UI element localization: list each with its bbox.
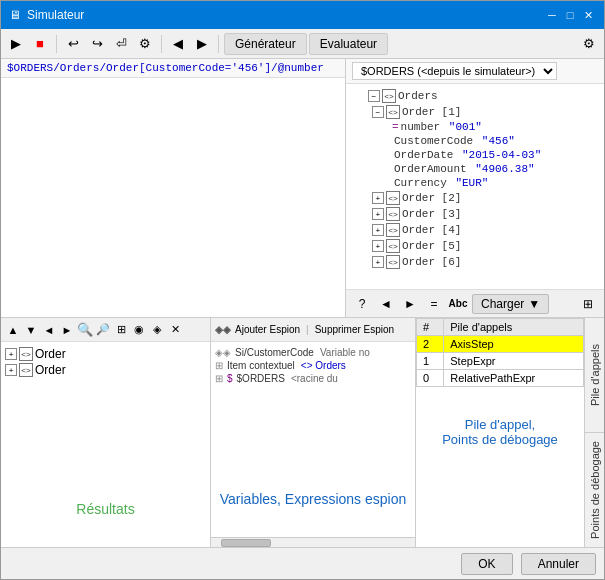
- equals-icon[interactable]: =: [424, 294, 444, 314]
- debug-table: # Pile d'appels 2 AxisStep 1 StepE: [416, 318, 584, 387]
- order6-expand-icon[interactable]: +: [372, 256, 384, 268]
- result-order2-label: Order: [35, 363, 66, 377]
- order1-element-icon: <>: [386, 105, 400, 119]
- settings-icon[interactable]: ⚙: [578, 33, 600, 55]
- add-espion-label[interactable]: Ajouter Espion: [235, 324, 300, 335]
- order5-label: Order [5]: [402, 240, 461, 252]
- app-icon: 🖥: [9, 8, 21, 22]
- results-placeholder: Résultats: [1, 501, 210, 517]
- maximize-button[interactable]: □: [562, 7, 578, 23]
- result-order1-expand[interactable]: +: [5, 348, 17, 360]
- var-row1: ◈◈ Si/CustomerCode Variable no: [215, 346, 411, 359]
- customercode-attr-value: "456": [482, 135, 515, 147]
- order4-expand-icon[interactable]: +: [372, 224, 384, 236]
- evaluateur-button[interactable]: Evaluateur: [309, 33, 388, 55]
- tree-orderamount-row: OrderAmount "4906.38": [352, 162, 598, 176]
- stop-icon[interactable]: ■: [29, 33, 51, 55]
- tree-orderdate-row: OrderDate "2015-04-03": [352, 148, 598, 162]
- var-row1-value: Variable no: [320, 347, 370, 358]
- debug-inner: # Pile d'appels 2 AxisStep 1 StepE: [416, 318, 584, 547]
- result-order2-row: + <> Order: [5, 362, 206, 378]
- ok-button[interactable]: OK: [461, 553, 512, 575]
- variables-scrollbar-thumb[interactable]: [221, 539, 271, 547]
- results-toolbar: ▲ ▼ ◄ ► 🔍 🔎 ⊞ ◉ ◈ ✕: [1, 318, 210, 342]
- side-tab-call-stack[interactable]: Pile d'appels: [585, 318, 604, 433]
- window-title: Simulateur: [27, 8, 84, 22]
- remove-espion-label[interactable]: Supprimer Espion: [315, 324, 394, 335]
- charger-button[interactable]: Charger ▼: [472, 294, 549, 314]
- order5-element-icon: <>: [386, 239, 400, 253]
- variables-content: ◈◈ Si/CustomerCode Variable no ⊞ Item co…: [211, 342, 415, 537]
- close-button[interactable]: ✕: [580, 7, 596, 23]
- title-bar-controls: ─ □ ✕: [544, 7, 596, 23]
- results-zoom-in-icon[interactable]: 🔍: [77, 322, 93, 338]
- order2-expand-icon[interactable]: +: [372, 192, 384, 204]
- xpath-tree-area: [1, 78, 345, 317]
- if-icon: ◈◈: [215, 324, 231, 335]
- xpath-bar: $ORDERS/Orders/Order[CustomerCode='456']…: [1, 59, 345, 78]
- generator-button[interactable]: Générateur: [224, 33, 307, 55]
- results-more2-icon[interactable]: ◈: [149, 322, 165, 338]
- results-zoom-out-icon[interactable]: 🔎: [95, 322, 111, 338]
- orders-element-icon: <>: [382, 89, 396, 103]
- result-order1-icon: <>: [19, 347, 33, 361]
- help-icon[interactable]: ?: [352, 294, 372, 314]
- debug-row-3[interactable]: 0 RelativePathExpr: [417, 370, 584, 387]
- orders-collapse-icon[interactable]: −: [368, 90, 380, 102]
- xpath-panel: $ORDERS/Orders/Order[CustomerCode='456']…: [1, 59, 346, 317]
- debug-row3-label: RelativePathExpr: [444, 370, 584, 387]
- tree-order1-row: − <> Order [1]: [352, 104, 598, 120]
- results-close-icon[interactable]: ✕: [167, 322, 183, 338]
- title-bar: 🖥 Simulateur ─ □ ✕: [1, 1, 604, 29]
- abc-icon[interactable]: Abc: [448, 294, 468, 314]
- results-left-icon[interactable]: ◄: [41, 322, 57, 338]
- step-icon[interactable]: ↩: [62, 33, 84, 55]
- result-order2-expand[interactable]: +: [5, 364, 17, 376]
- charger-label: Charger: [481, 297, 524, 311]
- order5-expand-icon[interactable]: +: [372, 240, 384, 252]
- debug-row-2[interactable]: 1 StepExpr: [417, 353, 584, 370]
- forward-icon[interactable]: ▶: [191, 33, 213, 55]
- result-order1-row: + <> Order: [5, 346, 206, 362]
- back-icon[interactable]: ◀: [167, 33, 189, 55]
- side-tab-debug-points[interactable]: Points de débogage: [585, 433, 604, 547]
- debug-row2-label: StepExpr: [444, 353, 584, 370]
- results-right-icon[interactable]: ►: [59, 322, 75, 338]
- tree-order3-row: + <> Order [3]: [352, 206, 598, 222]
- xml-expand-icon[interactable]: ⊞: [578, 294, 598, 314]
- orders-label: Orders: [398, 90, 438, 102]
- charger-dropdown-icon: ▼: [528, 297, 540, 311]
- main-content: $ORDERS/Orders/Order[CustomerCode='456']…: [1, 59, 604, 317]
- order1-collapse-icon[interactable]: −: [372, 106, 384, 118]
- order3-expand-icon[interactable]: +: [372, 208, 384, 220]
- order3-element-icon: <>: [386, 207, 400, 221]
- results-fit-icon[interactable]: ⊞: [113, 322, 129, 338]
- source-dropdown[interactable]: $ORDERS (<depuis le simulateur>): [352, 62, 557, 80]
- nav-fwd-icon[interactable]: ►: [400, 294, 420, 314]
- var-row3-dollar-icon: $: [227, 373, 233, 384]
- results-down-icon[interactable]: ▼: [23, 322, 39, 338]
- minimize-button[interactable]: ─: [544, 7, 560, 23]
- cancel-button[interactable]: Annuler: [521, 553, 596, 575]
- order4-element-icon: <>: [386, 223, 400, 237]
- xml-tree-panel: $ORDERS (<depuis le simulateur>) − <> Or…: [346, 59, 604, 317]
- xml-tree-toolbar: ? ◄ ► = Abc Charger ▼ ⊞: [346, 289, 604, 317]
- nav-back-icon[interactable]: ◄: [376, 294, 396, 314]
- xml-tree-header: $ORDERS (<depuis le simulateur>): [346, 59, 604, 84]
- variables-placeholder-line1: Variables, Expressions espion: [211, 491, 415, 507]
- var-row1-label: Si/CustomerCode: [235, 347, 314, 358]
- run-icon[interactable]: ▶: [5, 33, 27, 55]
- variables-scrollbar[interactable]: [211, 537, 415, 547]
- number-attr-value: "001": [449, 121, 482, 133]
- order6-label: Order [6]: [402, 256, 461, 268]
- results-more1-icon[interactable]: ◉: [131, 322, 147, 338]
- var-row2-label: Item contextuel: [227, 360, 295, 371]
- results-up-icon[interactable]: ▲: [5, 322, 21, 338]
- stepout-icon[interactable]: ⏎: [110, 33, 132, 55]
- tree-currency-row: Currency "EUR": [352, 176, 598, 190]
- debug-icon[interactable]: ⚙: [134, 33, 156, 55]
- debug-row-1[interactable]: 2 AxisStep: [417, 336, 584, 353]
- stepover-icon[interactable]: ↪: [86, 33, 108, 55]
- sep3: [218, 35, 219, 53]
- main-window: 🖥 Simulateur ─ □ ✕ ▶ ■ ↩ ↪ ⏎ ⚙ ◀ ▶ Génér…: [0, 0, 605, 580]
